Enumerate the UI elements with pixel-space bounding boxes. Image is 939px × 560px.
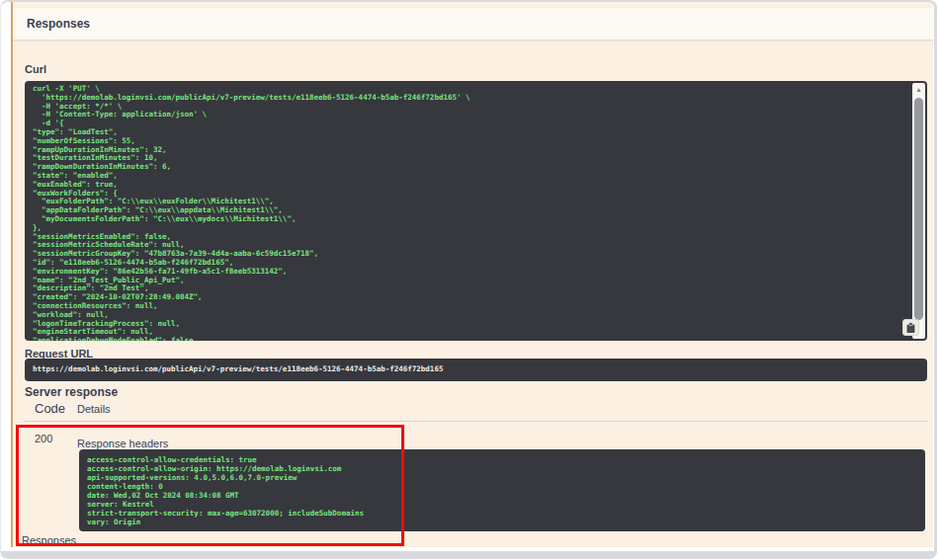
clipboard-icon — [905, 322, 916, 334]
code-column-header: Code — [35, 401, 65, 416]
table-header-divider — [25, 421, 927, 422]
response-headers-block: access-control-allow-credentials: true a… — [79, 449, 925, 531]
response-code-value: 200 — [35, 433, 52, 444]
curl-scrollbar[interactable]: ▲ — [912, 83, 925, 339]
request-url-value: https://demolab.loginvsi.com/publicApi/v… — [25, 359, 927, 378]
copy-to-clipboard-button[interactable] — [902, 319, 919, 336]
request-url-block: https://demolab.loginvsi.com/publicApi/v… — [25, 359, 927, 381]
scroll-up-arrow-icon[interactable]: ▲ — [912, 84, 925, 95]
response-headers-label: Response headers — [77, 438, 168, 449]
response-headers-text: access-control-allow-credentials: true a… — [79, 449, 925, 531]
responses-footer-label: Responses — [22, 534, 76, 546]
responses-section-title: Responses — [27, 17, 90, 31]
curl-code-block[interactable]: curl -X 'PUT' \ 'https://demolab.loginvs… — [25, 81, 927, 341]
details-column-header: Details — [77, 403, 111, 415]
swagger-responses-page: Responses Curl curl -X 'PUT' \ 'https://… — [0, 0, 939, 560]
responses-section-header: Responses — [13, 8, 933, 40]
curl-command-text: curl -X 'PUT' \ 'https://demolab.loginvs… — [25, 81, 927, 341]
server-response-title: Server response — [25, 385, 118, 399]
curl-scrollbar-thumb[interactable] — [914, 98, 923, 320]
curl-label: Curl — [25, 63, 46, 75]
put-opblock: Responses Curl curl -X 'PUT' \ 'https://… — [11, 2, 933, 547]
